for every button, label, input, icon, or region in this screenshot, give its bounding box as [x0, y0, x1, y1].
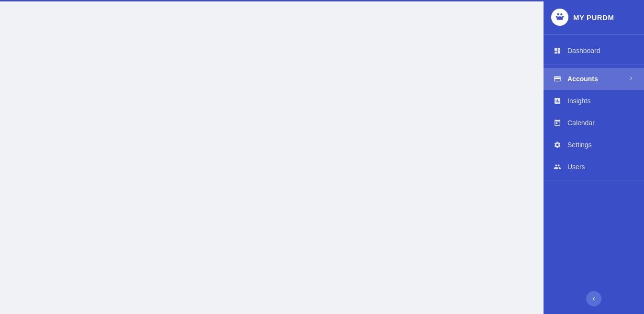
sidebar-item-dashboard[interactable]: Dashboard: [544, 40, 644, 62]
paw-icon: [555, 12, 565, 22]
calendar-icon: [553, 119, 562, 127]
app-name: MY PURDM: [573, 13, 614, 22]
sidebar-item-users-label: Users: [567, 163, 585, 171]
sidebar-item-users[interactable]: Users: [544, 156, 644, 178]
sidebar-item-insights[interactable]: Insights: [544, 90, 644, 112]
dashboard-icon: [553, 46, 562, 55]
users-icon: [553, 162, 562, 171]
sidebar-item-calendar[interactable]: Calendar: [544, 112, 644, 134]
app-logo: [551, 9, 568, 26]
chevron-left-icon: [590, 295, 597, 302]
sidebar-nav: Dashboard Accounts Insights Calendar: [544, 40, 644, 283]
sidebar-item-settings-label: Settings: [567, 141, 592, 149]
sidebar-divider-2: [544, 181, 644, 181]
accounts-icon: [553, 75, 562, 83]
sidebar-collapse-button[interactable]: [586, 291, 601, 306]
sidebar-item-accounts-label: Accounts: [567, 75, 598, 83]
sidebar-item-insights-label: Insights: [567, 97, 590, 105]
sidebar-header: MY PURDM: [544, 0, 644, 35]
chevron-right-icon: [628, 75, 634, 83]
sidebar-item-dashboard-label: Dashboard: [567, 47, 600, 54]
insights-icon: [553, 97, 562, 105]
sidebar-item-calendar-label: Calendar: [567, 119, 595, 127]
sidebar-item-settings[interactable]: Settings: [544, 134, 644, 156]
sidebar-divider-1: [544, 65, 644, 65]
sidebar: MY PURDM Dashboard Accounts Insight: [544, 0, 644, 314]
top-accent-bar: [0, 0, 544, 1]
settings-icon: [553, 141, 562, 149]
sidebar-item-accounts[interactable]: Accounts: [544, 68, 644, 90]
